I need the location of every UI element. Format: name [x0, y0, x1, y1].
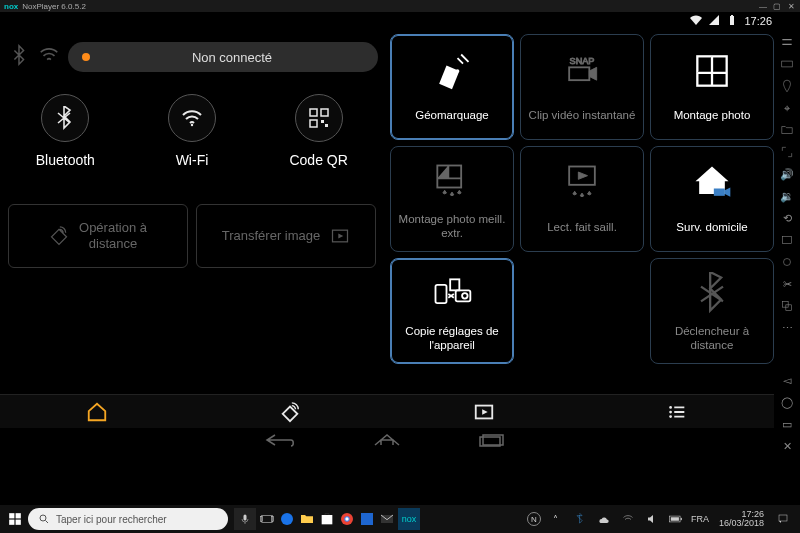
tray-volume-icon[interactable]: [643, 508, 661, 530]
tray-bluetooth-icon[interactable]: [571, 508, 589, 530]
start-button[interactable]: [4, 505, 26, 533]
nav-back-button[interactable]: [263, 433, 299, 447]
svg-rect-2: [782, 61, 793, 67]
side-tool-rotate[interactable]: ⟲: [779, 210, 795, 226]
tray-language-icon[interactable]: FRA: [691, 508, 709, 530]
side-tool-multi[interactable]: [779, 298, 795, 314]
left-pane: Non connecté Bluetooth Wi-Fi Code QR Opé…: [2, 34, 382, 392]
side-tool-scissors[interactable]: ✂: [779, 276, 795, 292]
taskbar-app-explorer[interactable]: [298, 508, 316, 530]
side-tool-recents[interactable]: ▭: [779, 416, 795, 432]
home-icon: [86, 401, 108, 423]
tile-surveillance-domicile[interactable]: Surv. domicile: [650, 146, 774, 252]
tile-label: Clip vidéo instantané: [529, 103, 636, 129]
connection-status-text: Non connecté: [100, 50, 364, 65]
side-tool-record[interactable]: [779, 254, 795, 270]
taskbar-search[interactable]: Taper ici pour rechercher: [28, 508, 228, 530]
connection-status-pill[interactable]: Non connecté: [68, 42, 378, 72]
tile-montage-photo[interactable]: Montage photo: [650, 34, 774, 140]
taskbar-app-nox[interactable]: nox: [398, 508, 420, 530]
tile-declencheur-distance[interactable]: Déclencheur à distance: [650, 258, 774, 364]
tray-onedrive-icon[interactable]: [595, 508, 613, 530]
tile-lecture-saillants[interactable]: Lect. fait saill.: [520, 146, 644, 252]
qr-connect-button[interactable]: Code QR: [264, 94, 374, 168]
transfer-image-card[interactable]: Transférer image: [196, 204, 376, 268]
svg-point-27: [669, 410, 672, 413]
taskbar-app-mail[interactable]: [378, 508, 396, 530]
svg-rect-50: [779, 515, 787, 521]
svg-rect-6: [786, 305, 792, 311]
taskbar-app-generic1[interactable]: [358, 508, 376, 530]
svg-rect-11: [321, 120, 324, 123]
taskbar-app-chrome[interactable]: [338, 508, 356, 530]
remote-tag-icon: [49, 226, 69, 246]
nav-recents-button[interactable]: [475, 433, 511, 447]
battery-status-icon: [726, 14, 738, 28]
tile-geomarquage[interactable]: Géomarquage: [390, 34, 514, 140]
bluetooth-dim-icon: [690, 272, 734, 316]
win-max-button[interactable]: ▢: [772, 2, 782, 11]
win-close-button[interactable]: ✕: [786, 2, 796, 11]
taskbar-clock[interactable]: 17:26 16/03/2018: [715, 510, 768, 528]
signal-status-icon: [708, 14, 720, 28]
taskbar-date: 16/03/2018: [719, 519, 764, 528]
status-dot-icon: [82, 53, 90, 61]
bluetooth-icon: [53, 106, 77, 130]
right-pane: Géomarquage SNAP Clip vidéo instantané M…: [390, 34, 774, 392]
collage-stars-icon: [430, 160, 474, 204]
side-tool-keyboard[interactable]: [779, 56, 795, 72]
remote-icon: [279, 401, 301, 423]
tray-n-icon[interactable]: N: [527, 512, 541, 526]
side-tool-folder[interactable]: [779, 122, 795, 138]
svg-rect-20: [714, 189, 725, 196]
window-title: NoxPlayer 6.0.5.2: [22, 2, 86, 11]
android-status-bar: 17:26: [0, 12, 800, 30]
tile-montage-meilleur[interactable]: Montage photo meill. extr.: [390, 146, 514, 252]
win-min-button[interactable]: —: [758, 2, 768, 11]
wifi-connect-button[interactable]: Wi-Fi: [137, 94, 247, 168]
side-tool-back[interactable]: ◅: [779, 372, 795, 388]
search-placeholder: Taper ici pour rechercher: [56, 514, 167, 525]
tray-chevron-up[interactable]: ˄: [547, 508, 565, 530]
taskbar-app-edge[interactable]: [278, 508, 296, 530]
collage-icon: [690, 49, 734, 93]
side-tool-screenshot[interactable]: [779, 232, 795, 248]
tab-playback[interactable]: [387, 395, 581, 428]
nav-home-button[interactable]: [369, 433, 405, 447]
svg-rect-21: [436, 285, 447, 303]
copy-settings-icon: [430, 272, 474, 316]
task-view-button[interactable]: [258, 508, 276, 530]
tab-home[interactable]: [0, 395, 194, 428]
svg-rect-36: [244, 515, 247, 521]
side-tool-more[interactable]: ⋯: [779, 320, 795, 336]
android-nav-bar: [0, 428, 774, 452]
tab-menu[interactable]: [581, 395, 775, 428]
side-tool-fullscreen[interactable]: [779, 144, 795, 160]
bluetooth-connect-button[interactable]: Bluetooth: [10, 94, 120, 168]
tray-battery-icon[interactable]: [667, 508, 685, 530]
tile-label: Géomarquage: [415, 103, 489, 129]
side-tool-drag[interactable]: [779, 34, 795, 50]
tile-clip-video[interactable]: SNAP Clip vidéo instantané: [520, 34, 644, 140]
svg-rect-24: [450, 280, 459, 291]
tray-network-icon[interactable]: [619, 508, 637, 530]
taskbar-app-store[interactable]: [318, 508, 336, 530]
satellite-icon: [430, 49, 474, 93]
bluetooth-status-icon: [8, 44, 30, 70]
side-tool-home[interactable]: ◯: [779, 394, 795, 410]
side-tool-volume-up[interactable]: 🔊: [779, 166, 795, 182]
tray-notifications-icon[interactable]: [774, 508, 792, 530]
tab-remote[interactable]: [194, 395, 388, 428]
bluetooth-label: Bluetooth: [36, 152, 95, 168]
side-tool-close[interactable]: ✕: [779, 438, 795, 454]
side-tool-mouse[interactable]: ⌖: [779, 100, 795, 116]
cortana-mic-button[interactable]: [234, 508, 256, 530]
snap-icon: SNAP: [560, 49, 604, 93]
side-tool-location[interactable]: [779, 78, 795, 94]
nox-logo: nox: [4, 2, 18, 11]
remote-operation-card[interactable]: Opération à distance: [8, 204, 188, 268]
emulator-side-toolbar: ⌖ 🔊 🔉 ⟲ ✂ ⋯ ◅ ◯ ▭ ✕: [776, 30, 798, 454]
side-tool-volume-down[interactable]: 🔉: [779, 188, 795, 204]
tile-copie-reglages[interactable]: Copie réglages de l'appareil: [390, 258, 514, 364]
wifi-label: Wi-Fi: [176, 152, 209, 168]
